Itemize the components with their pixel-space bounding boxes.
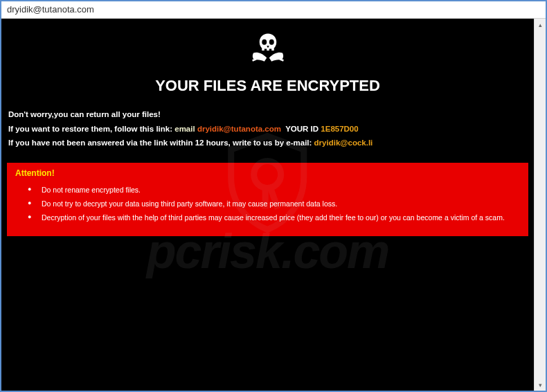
attention-item: Do not rename encrypted files. xyxy=(32,184,520,197)
vertical-scrollbar[interactable]: ▴ ▾ xyxy=(534,19,546,391)
info-line-3: If you have not been answered via the li… xyxy=(8,136,527,150)
window-frame: dryidik@tutanota.com pcrisk.com xyxy=(0,0,547,392)
svg-point-1 xyxy=(262,39,267,45)
scroll-up-icon[interactable]: ▴ xyxy=(535,19,546,30)
attention-item: Do not try to decrypt your data using th… xyxy=(32,197,520,211)
info-line-2-prefix: If you want to restore them, follow this… xyxy=(8,125,172,133)
header-icon-wrap xyxy=(1,19,534,73)
info-line-3-prefix: If you have not been answered via the li… xyxy=(8,139,312,147)
window-titlebar: dryidik@tutanota.com xyxy=(1,1,546,19)
attention-item: Decryption of your files with the help o… xyxy=(32,211,520,225)
main-title: YOUR FILES ARE ENCRYPTED xyxy=(1,77,534,95)
content-wrap: pcrisk.com YOUR FILES ARE E xyxy=(1,19,546,391)
attention-title: Attention! xyxy=(15,168,520,178)
scroll-down-icon[interactable]: ▾ xyxy=(535,379,546,391)
info-email-label: email xyxy=(174,125,195,133)
svg-point-2 xyxy=(269,39,274,45)
info-primary-email: dryidik@tutanota.com xyxy=(197,125,281,133)
info-secondary-email: dryidik@cock.li xyxy=(314,139,373,147)
info-line-2: If you want to restore them, follow this… xyxy=(8,122,527,136)
info-block: Don't worry,you can return all your file… xyxy=(1,95,534,159)
skull-swords-icon xyxy=(249,60,287,72)
info-line-1: Don't worry,you can return all your file… xyxy=(8,107,527,122)
attention-box: Attention! Do not rename encrypted files… xyxy=(7,163,528,236)
attention-list: Do not rename encrypted files. Do not tr… xyxy=(15,184,520,225)
info-yourid-label: YOUR ID xyxy=(285,125,319,133)
ransom-note-body: pcrisk.com YOUR FILES ARE E xyxy=(1,19,534,391)
window-title: dryidik@tutanota.com xyxy=(7,4,94,15)
info-user-id: 1E857D00 xyxy=(321,125,358,133)
